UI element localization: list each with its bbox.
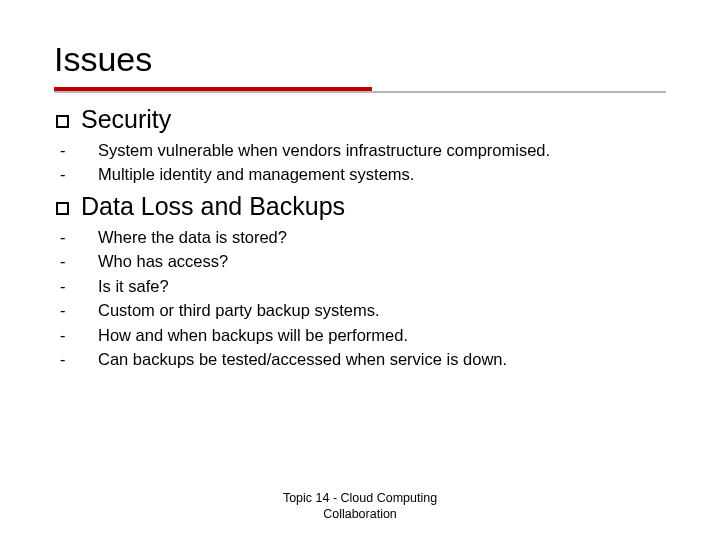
dash-bullet-icon: - [60,276,74,297]
footer-line: Collaboration [0,506,720,522]
list-item: - Who has access? [60,251,666,272]
dash-bullet-icon: - [60,325,74,346]
dash-bullet-icon: - [60,349,74,370]
dash-bullet-icon: - [60,227,74,248]
list-item: - How and when backups will be performed… [60,325,666,346]
item-text: Multiple identity and management systems… [98,164,414,185]
list-item: - Can backups be tested/accessed when se… [60,349,666,370]
item-text: System vulnerable when vendors infrastru… [98,140,550,161]
slide-title: Issues [54,40,666,79]
item-text: Who has access? [98,251,228,272]
list-item: - System vulnerable when vendors infrast… [60,140,666,161]
section-heading: Security [56,105,666,134]
dash-bullet-icon: - [60,164,74,185]
list-item: - Is it safe? [60,276,666,297]
square-bullet-icon [56,115,69,128]
item-text: Custom or third party backup systems. [98,300,380,321]
list-item: - Where the data is stored? [60,227,666,248]
section-title: Security [81,105,171,134]
dash-bullet-icon: - [60,300,74,321]
item-text: How and when backups will be performed. [98,325,408,346]
square-bullet-icon [56,202,69,215]
slide-footer: Topic 14 - Cloud Computing Collaboration [0,490,720,523]
list-item: - Multiple identity and management syste… [60,164,666,185]
item-text: Can backups be tested/accessed when serv… [98,349,507,370]
list-item: - Custom or third party backup systems. [60,300,666,321]
section-title: Data Loss and Backups [81,192,345,221]
rule-grey [54,91,666,93]
dash-bullet-icon: - [60,140,74,161]
section-heading: Data Loss and Backups [56,192,666,221]
slide: Issues Security - System vulnerable when… [0,0,720,394]
dash-bullet-icon: - [60,251,74,272]
footer-line: Topic 14 - Cloud Computing [0,490,720,506]
item-text: Is it safe? [98,276,169,297]
item-text: Where the data is stored? [98,227,287,248]
title-rule [54,87,666,93]
